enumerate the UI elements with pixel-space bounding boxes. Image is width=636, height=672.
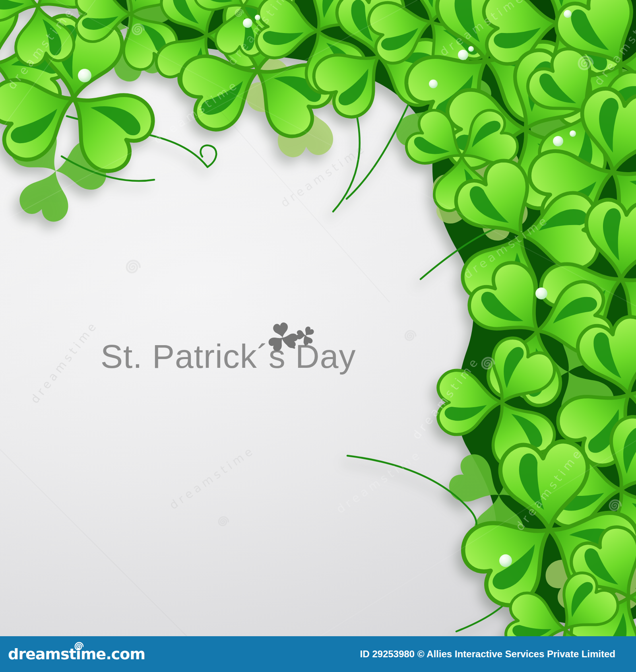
footer-bar: dreamstime.com ID 29253980 © Allies Inte…	[0, 636, 636, 672]
dreamstime-spiral-icon	[73, 641, 83, 652]
greeting-card: { "card": { "title": "St. Patrick´s Day"…	[0, 0, 636, 672]
page-title: St. Patrick´s Day	[101, 340, 356, 373]
shamrock-icon	[267, 321, 298, 354]
image-credit-text: ID 29253980 © Allies Interactive Service…	[360, 649, 615, 660]
dreamstime-logo: dreamstime.com	[8, 645, 145, 663]
shamrock-border-graphic	[0, 0, 636, 672]
shamrock-icon	[296, 325, 316, 346]
